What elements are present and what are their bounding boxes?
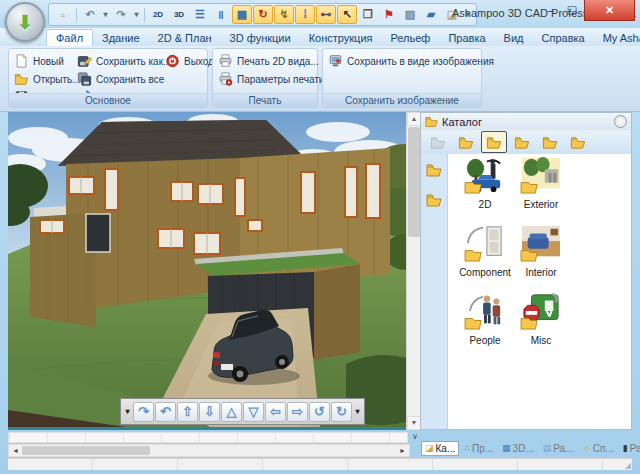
- spin-left-icon[interactable]: ↺: [309, 402, 330, 422]
- spin-right-icon[interactable]: ↻: [331, 402, 352, 422]
- catalog-item-component[interactable]: Component: [458, 224, 512, 278]
- tilt-down-icon[interactable]: ▽: [243, 402, 264, 422]
- catalog-item-label: Misc: [514, 335, 568, 346]
- paste-grid-icon[interactable]: ▨: [400, 5, 420, 24]
- ribbon: Новый Открыть... Сохранить Сохранить как…: [0, 46, 640, 112]
- rotate-view-icon[interactable]: ↻: [253, 5, 273, 24]
- close-button[interactable]: ✕: [584, 0, 635, 21]
- catalog-toolbar: [421, 130, 631, 155]
- nav-menu-left-icon[interactable]: ▾: [123, 403, 132, 421]
- select-flash-icon[interactable]: ↯: [274, 5, 294, 24]
- catalog-item-exterior[interactable]: Exterior: [514, 156, 568, 210]
- wall-icon[interactable]: ▰: [421, 5, 441, 24]
- columns-icon[interactable]: ⦙: [295, 5, 315, 24]
- grid-icon[interactable]: ▦: [232, 5, 252, 24]
- panel-options-button[interactable]: [614, 115, 627, 128]
- sun-icon: ☼: [582, 444, 590, 453]
- web-catalog-button[interactable]: [537, 131, 563, 153]
- maximize-button[interactable]: ▢: [562, 0, 582, 19]
- viewport-3d[interactable]: ▾ ↷ ↶ ⇧ ⇩ △ ▽ ⇦ ⇨ ↺ ↻ ▾: [8, 112, 406, 430]
- cursor-icon[interactable]: ↖: [337, 5, 357, 24]
- save-as-button[interactable]: Сохранить как...: [77, 53, 171, 69]
- undo-icon[interactable]: ↶: [80, 5, 100, 24]
- nav-menu-right-icon[interactable]: ▾: [353, 403, 362, 421]
- catalog-item-interior[interactable]: Interior: [514, 224, 568, 278]
- catalog-item-people[interactable]: People: [458, 292, 512, 346]
- print-2d-button[interactable]: Печать 2D вида...: [218, 53, 319, 69]
- rotate-right-icon[interactable]: ↷: [133, 402, 154, 422]
- catalog-item-misc[interactable]: Misc: [514, 292, 568, 346]
- materials-catalog-button[interactable]: [565, 131, 591, 153]
- copy-object-icon[interactable]: ❒: [358, 5, 378, 24]
- objects-catalog-button[interactable]: [481, 131, 507, 153]
- save-all-button[interactable]: Сохранить все: [77, 71, 164, 87]
- exit-icon: [165, 54, 180, 68]
- separator: [144, 8, 145, 22]
- tab-3d-functions[interactable]: 3D функции: [221, 30, 300, 46]
- tab-construction[interactable]: Конструкция: [300, 30, 382, 46]
- application-menu-button[interactable]: ⬇: [5, 2, 45, 42]
- panel-tab-render[interactable]: ▮ Ра...: [619, 441, 640, 456]
- layers-icon: ▤: [543, 444, 552, 453]
- open-button[interactable]: Открыть...: [14, 71, 81, 87]
- undo-dropdown-icon[interactable]: ▾: [101, 5, 110, 24]
- grid-icon: ▦: [502, 444, 511, 453]
- collapse-strip-button[interactable]: ∨: [409, 432, 421, 443]
- split-vertical-icon[interactable]: ‖: [211, 5, 231, 24]
- floppy-stack-icon: [77, 72, 92, 86]
- scene-3d: [8, 112, 406, 427]
- flag-icon[interactable]: ⚑: [379, 5, 399, 24]
- panel-tab-sun[interactable]: ☼ Сп...: [578, 441, 617, 456]
- move-left-icon[interactable]: ⇦: [265, 402, 286, 422]
- doors-catalog-button[interactable]: [453, 131, 479, 153]
- print-settings-button[interactable]: Параметры печати...: [218, 71, 333, 87]
- tab-my-ashampoo[interactable]: My Ashampoo: [594, 30, 640, 46]
- resize-grip[interactable]: ◢: [625, 461, 631, 470]
- tab-view[interactable]: Вид: [495, 30, 533, 46]
- new-button[interactable]: Новый: [14, 53, 64, 69]
- view-3d-icon[interactable]: 3D: [169, 5, 189, 24]
- rotate-left-icon[interactable]: ↶: [155, 402, 176, 422]
- catalog-folder-shortcut-icon[interactable]: [425, 192, 443, 208]
- scroll-down-button[interactable]: ▼: [407, 416, 421, 430]
- panel-tab-catalog[interactable]: ◪ Ка...: [421, 441, 459, 456]
- move-up-icon[interactable]: ⇧: [177, 402, 198, 422]
- viewport-vertical-scrollbar[interactable]: ▲ ▼: [406, 112, 420, 430]
- ribbon-tab-bar: Файл Здание 2D & План 3D функции Констру…: [0, 28, 640, 46]
- tab-file[interactable]: Файл: [46, 29, 93, 46]
- vertical-scroll-thumb[interactable]: [408, 127, 420, 237]
- save-as-image-button[interactable]: Сохранить в виде изображения: [328, 53, 494, 69]
- view-2d-icon[interactable]: 2D: [148, 5, 168, 24]
- measure-icon[interactable]: ⊷: [316, 5, 336, 24]
- panel-tab-layers[interactable]: ▤ Ра...: [539, 441, 578, 456]
- catalog-items: 2D Exterior Component: [448, 154, 631, 429]
- redo-icon[interactable]: ↷: [111, 5, 131, 24]
- ribbon-group-print: Печать 2D вида... Параметры печати... Пе…: [212, 48, 318, 108]
- folder-up-button[interactable]: [425, 131, 451, 153]
- split-horizontal-icon[interactable]: ☰: [190, 5, 210, 24]
- horizontal-scroll-thumb[interactable]: [22, 446, 150, 455]
- tab-help[interactable]: Справка: [533, 30, 594, 46]
- tilt-up-icon[interactable]: △: [221, 402, 242, 422]
- tab-edit[interactable]: Правка: [439, 30, 494, 46]
- minimize-button[interactable]: –: [541, 0, 561, 19]
- horizontal-scrollbar[interactable]: ◂ ▸: [8, 444, 410, 457]
- catalog-item-2d[interactable]: 2D: [458, 156, 512, 210]
- tab-2d-plan[interactable]: 2D & План: [149, 30, 221, 46]
- ashampoo-logo-icon: ⬇: [17, 13, 33, 32]
- move-down-icon[interactable]: ⇩: [199, 402, 220, 422]
- exit-button[interactable]: Выход: [165, 53, 214, 69]
- tab-building[interactable]: Здание: [93, 30, 149, 46]
- tab-terrain[interactable]: Рельеф: [382, 30, 440, 46]
- move-right-icon[interactable]: ⇨: [287, 402, 308, 422]
- panel-tab-project[interactable]: ∴ Пр...: [460, 441, 497, 456]
- redo-dropdown-icon[interactable]: ▾: [132, 5, 141, 24]
- new-file-icon[interactable]: ▫: [53, 5, 73, 24]
- scroll-up-button[interactable]: ▲: [407, 112, 421, 126]
- catalog-collections-icon[interactable]: [425, 162, 443, 178]
- scroll-right-button[interactable]: ▸: [396, 445, 409, 456]
- scroll-left-button[interactable]: ◂: [9, 445, 22, 456]
- panel-tab-3d[interactable]: ▦ 3D...: [498, 441, 538, 456]
- 3d-objects-catalog-button[interactable]: [509, 131, 535, 153]
- catalog-item-2d-icon: [463, 156, 507, 194]
